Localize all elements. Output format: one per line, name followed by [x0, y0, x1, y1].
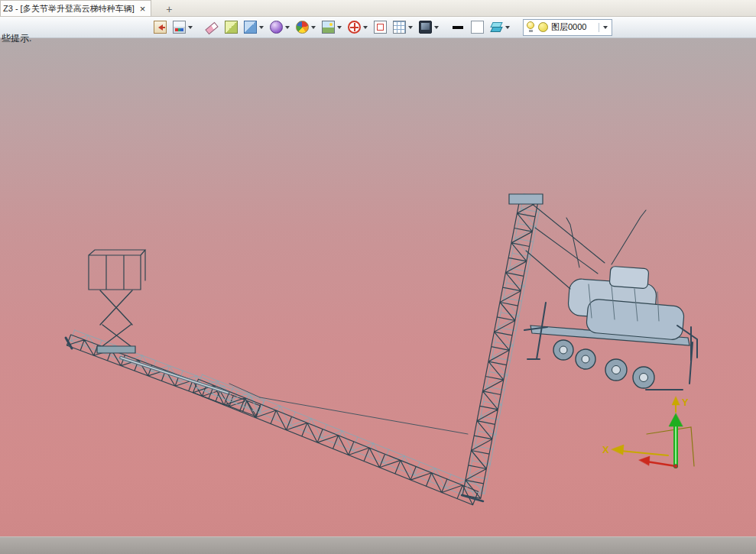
plane-icon — [374, 21, 387, 34]
toolbar-button-shaded[interactable] — [222, 19, 240, 35]
display-settings-icon — [419, 21, 432, 34]
layer-color-icon — [538, 22, 548, 32]
viewport-canvas[interactable]: X Y — [0, 38, 756, 536]
chevron-down-icon — [505, 26, 510, 29]
axis-x-label: X — [602, 444, 609, 455]
toolbar-button-layers[interactable] — [488, 19, 512, 35]
toolbar-button-color-wheel[interactable] — [294, 19, 318, 35]
view-toolbar: 图层0000 — [0, 17, 756, 38]
chevron-down-icon — [337, 26, 342, 29]
chevron-down-icon — [285, 26, 290, 29]
toolbar-button-point-target[interactable] — [346, 19, 370, 35]
chevron-down-icon — [434, 26, 439, 29]
line-width-icon — [452, 21, 465, 34]
layer-dropdown-arrow[interactable] — [599, 23, 609, 32]
hint-text: 些提示. — [2, 32, 31, 45]
image-capture-icon — [322, 21, 335, 34]
document-tab[interactable]: Z3 - [多关节举升登高云梯特种车辆] × — [0, 0, 151, 16]
layers-icon — [490, 21, 503, 34]
tab-close-icon[interactable]: × — [140, 4, 146, 14]
chevron-down-icon — [311, 26, 316, 29]
toolbar-button-line-width[interactable] — [449, 19, 467, 35]
display-mode-icon — [270, 21, 283, 34]
chevron-down-icon — [603, 26, 608, 29]
appearance-icon — [173, 21, 186, 34]
new-tab-button[interactable]: + — [159, 2, 179, 16]
chevron-down-icon — [188, 26, 193, 29]
toolbar-button-erase[interactable] — [203, 19, 221, 35]
toolbar-button-image-capture[interactable] — [320, 19, 344, 35]
toolbar-button-wireframe[interactable] — [242, 19, 266, 35]
toolbar-button-grid[interactable] — [391, 19, 415, 35]
chevron-down-icon — [408, 26, 413, 29]
viewport[interactable]: X Y — [0, 38, 756, 536]
chevron-down-icon — [259, 26, 264, 29]
toolbar-button-background[interactable] — [469, 19, 486, 35]
status-strip — [0, 536, 756, 554]
layer-selector-label: 图层0000 — [551, 21, 595, 33]
point-target-icon — [348, 21, 361, 34]
lightbulb-icon[interactable] — [526, 21, 535, 33]
color-wheel-icon — [296, 21, 309, 34]
layer-selector[interactable]: 图层0000 — [523, 19, 612, 36]
chevron-down-icon — [363, 26, 368, 29]
exit-icon — [154, 21, 167, 34]
toolbar-button-display-mode[interactable] — [268, 19, 292, 35]
eraser-icon — [206, 21, 219, 34]
tab-bar: Z3 - [多关节举升登高云梯特种车辆] × + — [0, 0, 756, 17]
toolbar-button-plane[interactable] — [372, 19, 389, 35]
shaded-cube-icon — [225, 21, 238, 34]
axis-y-label: Y — [682, 397, 689, 408]
grid-icon — [393, 21, 406, 34]
background-swatch-icon — [471, 21, 484, 34]
toolbar-button-exit[interactable] — [151, 19, 169, 35]
toolbar-button-appearance[interactable] — [170, 19, 195, 35]
toolbar-buttons: 图层0000 — [151, 19, 612, 36]
application-window: Z3 - [多关节举升登高云梯特种车辆] × + — [0, 0, 756, 554]
toolbar-button-display-settings[interactable] — [417, 19, 441, 35]
wireframe-cube-icon — [244, 21, 257, 34]
tab-title: Z3 - [多关节举升登高云梯特种车辆] — [3, 3, 135, 15]
